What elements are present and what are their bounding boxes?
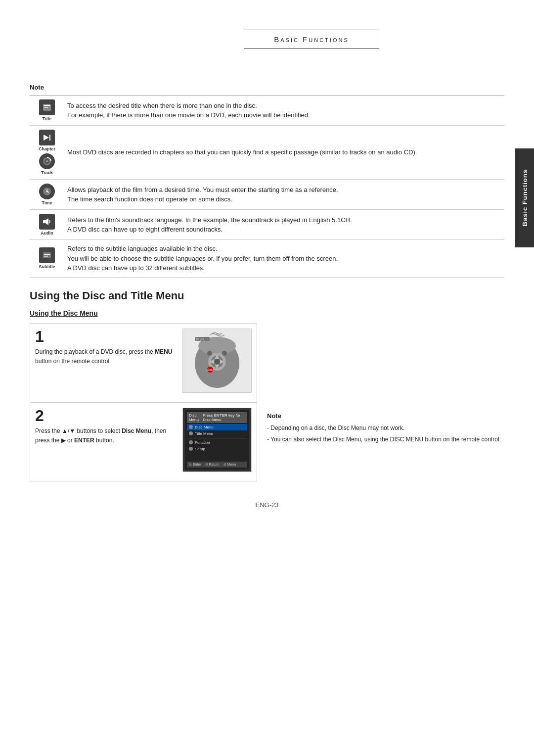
menu-item-title: Title Menu	[187, 430, 247, 437]
subtitle-desc-1: Refers to the subtitle languages availab…	[67, 244, 501, 254]
menu-header-left: Disc Menu	[189, 413, 203, 422]
svg-point-6	[46, 160, 48, 162]
icon-cell-time: Time	[30, 180, 64, 210]
note-label: Note	[30, 84, 504, 91]
svg-rect-14	[44, 256, 48, 257]
note-right-item-2: - You can also select the Disc Menu, usi…	[267, 435, 504, 444]
subtitle-desc-2: You will be able to choose the subtitle …	[67, 254, 501, 264]
time-icon-label: Time	[42, 200, 52, 205]
desc-cell-title: To access the desired title when there i…	[64, 95, 504, 126]
title-icon	[39, 99, 55, 115]
time-icon	[39, 184, 55, 199]
icon-cell-title: Title	[30, 95, 64, 126]
svg-rect-1	[44, 105, 50, 106]
chapter-icon	[39, 130, 55, 145]
steps-left: 1 During the playback of a DVD disc, pre…	[30, 323, 257, 481]
table-row: Title To access the desired title when t…	[30, 95, 504, 126]
header-box: Basic Functions	[244, 30, 379, 49]
svg-rect-13	[44, 254, 50, 255]
table-row: Chapter Track	[30, 126, 504, 180]
step2-number: 2	[35, 408, 177, 424]
step2-box: 2 Press the ▲/▼ buttons to select Disc M…	[30, 402, 257, 481]
remote-svg: TV VOL MENU	[185, 331, 249, 390]
note-right-item-1: - Depending on a disc, the Disc Menu may…	[267, 424, 504, 433]
page-title: Basic Functions	[274, 35, 349, 44]
track-icon-label: Track	[41, 170, 53, 175]
notes-right-area: Note - Depending on a disc, the Disc Men…	[267, 323, 504, 481]
title-icon-label: Title	[43, 116, 51, 121]
menu-item-dot-2	[189, 431, 193, 435]
svg-rect-3	[49, 135, 50, 141]
table-row: Audio Refers to the film's soundtrack la…	[30, 210, 504, 240]
svg-point-25	[222, 351, 227, 356]
page-content: Basic Functions Note Title	[30, 0, 504, 481]
subtitle-desc-3: A DVD disc can have up to 32 different s…	[67, 263, 501, 273]
table-row: Time Allows playback of the film from a …	[30, 180, 504, 210]
time-icon-badge: Time	[39, 184, 55, 205]
menu-screen: Disc Menu Press ENTER key for Disc Menu …	[185, 410, 249, 470]
track-icon	[39, 153, 55, 169]
step2-image: Disc Menu Press ENTER key for Disc Menu …	[182, 408, 252, 472]
menu-item-dot-3	[189, 440, 193, 444]
menu-screen-header: Disc Menu Press ENTER key for Disc Menu	[187, 412, 247, 423]
audio-desc-1: Refers to the film's soundtrack language…	[67, 215, 501, 225]
svg-point-23	[215, 359, 220, 364]
title-desc-1: To access the desired title when there i…	[67, 101, 501, 111]
audio-icon	[39, 214, 55, 230]
subtitle-icon	[39, 247, 55, 263]
subtitle-icon-badge: Subtitle	[39, 247, 55, 269]
time-desc-2: The time search function does not operat…	[67, 194, 501, 204]
desc-cell-subtitle: Refers to the subtitle languages availab…	[64, 240, 504, 278]
step1-number: 1	[35, 329, 177, 344]
desc-cell-chapter: Most DVD discs are recorded in chapters …	[64, 126, 504, 180]
menu-item-dot	[189, 425, 193, 429]
icon-cell-chapter-track: Chapter Track	[30, 126, 64, 180]
chapter-desc-1: Most DVD discs are recorded in chapters …	[67, 147, 501, 157]
audio-desc-2: A DVD disc can have up to eight differen…	[67, 225, 501, 235]
title-desc-2: For example, if there is more than one m…	[67, 110, 501, 120]
svg-text:TV VOL: TV VOL	[196, 338, 205, 341]
menu-item-dot-4	[189, 447, 193, 451]
right-sidebar: Basic Functions	[515, 148, 534, 247]
svg-text:MENU: MENU	[207, 369, 213, 372]
svg-rect-11	[43, 220, 45, 223]
chapter-icon-label: Chapter	[39, 146, 55, 151]
step2-desc: Press the ▲/▼ buttons to select Disc Men…	[35, 426, 177, 445]
icon-cell-audio: Audio	[30, 210, 64, 240]
audio-icon-badge: Audio	[39, 214, 55, 236]
step1-desc: During the playback of a DVD disc, press…	[35, 347, 177, 366]
audio-icon-label: Audio	[41, 231, 53, 236]
chapter-track-stack: Chapter Track	[33, 130, 61, 175]
table-row: Subtitle Refers to the subtitle language…	[30, 240, 504, 278]
subtitle-icon-label: Subtitle	[39, 264, 55, 269]
steps-area: 1 During the playback of a DVD disc, pre…	[30, 323, 504, 481]
desc-cell-audio: Refers to the film's soundtrack language…	[64, 210, 504, 240]
title-icon-badge: Title	[39, 99, 55, 121]
svg-rect-2	[44, 107, 48, 108]
sidebar-label: Basic Functions	[521, 169, 529, 226]
menu-header-right: Press ENTER key for Disc Menu	[203, 413, 245, 422]
menu-screen-footer: ⊙ Enter ⊙ Return ⊙ Menu	[187, 462, 247, 468]
desc-cell-time: Allows playback of the film from a desir…	[64, 180, 504, 210]
menu-item-setup: Setup	[187, 446, 247, 452]
subsection-title: Using the Disc Menu	[30, 309, 504, 317]
page-number: ENG-23	[0, 501, 534, 523]
note-right-label: Note	[267, 412, 504, 420]
svg-rect-12	[43, 252, 51, 258]
step1-image: TV VOL MENU	[182, 329, 252, 393]
icon-cell-subtitle: Subtitle	[30, 240, 64, 278]
step1-box: 1 During the playback of a DVD disc, pre…	[30, 323, 257, 402]
svg-point-10	[46, 191, 48, 192]
menu-item-function: Function	[187, 439, 247, 446]
note-table: Title To access the desired title when t…	[30, 95, 504, 278]
svg-point-24	[207, 351, 212, 356]
time-desc-1: Allows playback of the film from a desir…	[67, 185, 501, 195]
track-icon-badge: Track	[39, 153, 55, 175]
menu-item-disc: Disc Menu	[187, 424, 247, 430]
section-title: Using the Disc and Title Menu	[30, 289, 504, 302]
chapter-icon-badge: Chapter	[39, 130, 55, 151]
